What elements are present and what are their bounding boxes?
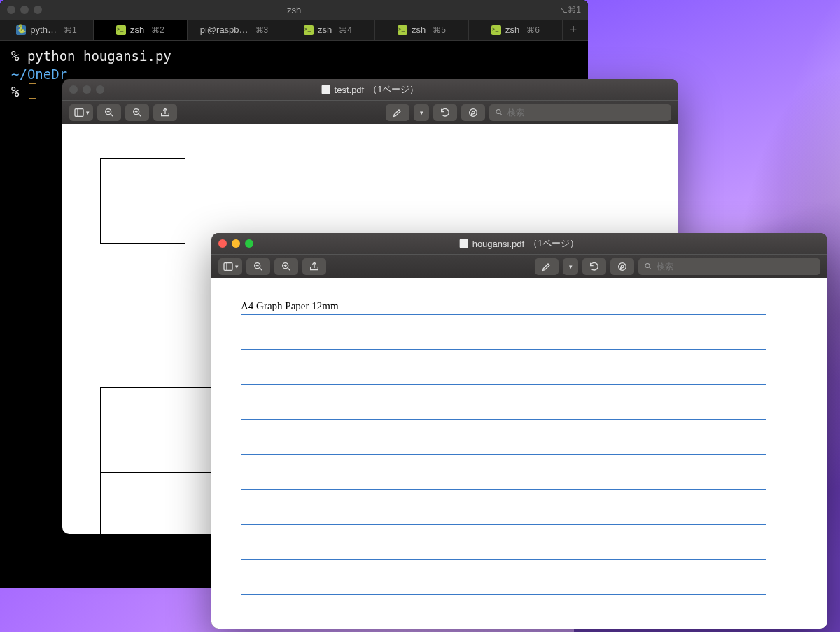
zoom-in-button[interactable]	[274, 258, 298, 275]
document-icon	[322, 85, 330, 94]
traffic-lights[interactable]	[218, 239, 253, 248]
highlight-button[interactable]	[386, 104, 410, 121]
terminal-titlebar-shortcut: ⌥⌘1	[558, 5, 581, 15]
grid-cell	[312, 490, 346, 525]
traffic-lights[interactable]	[69, 85, 104, 94]
grid-cell	[382, 490, 416, 525]
tab-label: pyth…	[30, 24, 57, 35]
traffic-lights[interactable]	[7, 6, 42, 14]
grid-cell	[382, 455, 416, 490]
terminal-line-path: ~/OneDr	[11, 66, 67, 82]
titlebar[interactable]: hougansi.pdf （1ページ）	[211, 233, 827, 254]
svg-point-10	[496, 109, 500, 113]
terminal-titlebar[interactable]: zsh ⌥⌘1	[0, 0, 588, 20]
pdf-viewport[interactable]: A4 Graph Paper 12mm	[211, 278, 827, 629]
grid-cell	[416, 385, 451, 420]
grid-cell	[696, 595, 732, 629]
share-button[interactable]	[302, 258, 326, 275]
close-icon[interactable]	[218, 239, 227, 248]
close-icon[interactable]	[7, 6, 15, 14]
rotate-button[interactable]	[582, 258, 606, 275]
grid-cell	[522, 525, 556, 560]
grid-cell	[626, 595, 662, 629]
close-icon[interactable]	[69, 85, 78, 94]
minimize-icon[interactable]	[20, 6, 29, 14]
grid-cell	[732, 350, 766, 385]
grid-cell	[416, 560, 451, 595]
search-input[interactable]	[507, 108, 666, 118]
tab-label: zsh	[505, 24, 519, 35]
grid-cell	[486, 595, 522, 629]
grid-cell	[241, 560, 276, 595]
grid-cell	[346, 420, 382, 455]
svg-point-9	[470, 108, 477, 116]
maximize-icon[interactable]	[96, 85, 104, 94]
grid-cell	[696, 315, 732, 350]
sidebar-toggle-button[interactable]: ▾	[218, 258, 242, 275]
grid-cell	[416, 315, 451, 350]
search-field[interactable]	[489, 104, 671, 121]
markup-button[interactable]	[610, 258, 634, 275]
terminal-tab[interactable]: zsh⌘5	[375, 20, 469, 40]
grid-cell	[592, 385, 626, 420]
grid-cell	[522, 560, 556, 595]
search-icon	[495, 108, 503, 117]
grid-cell	[276, 525, 312, 560]
grid-cell	[451, 525, 486, 560]
svg-point-22	[645, 263, 650, 267]
search-field[interactable]	[638, 258, 820, 275]
zoom-in-button[interactable]	[125, 104, 149, 121]
tab-label: pi@raspb…	[200, 24, 248, 35]
terminal-tab[interactable]: zsh⌘6	[469, 20, 563, 40]
grid-cell	[556, 315, 592, 350]
grid-cell	[451, 350, 486, 385]
titlebar[interactable]: test.pdf （1ページ）	[62, 79, 678, 100]
grid-cell	[312, 595, 346, 629]
highlight-dropdown-button[interactable]: ▾	[563, 258, 578, 275]
pdf-shape-square	[100, 158, 186, 244]
terminal-tab[interactable]: pyth…⌘1	[0, 20, 94, 40]
grid-cell	[626, 525, 662, 560]
highlight-button[interactable]	[535, 258, 559, 275]
grid-cell	[451, 420, 486, 455]
graph-paper-grid	[241, 314, 766, 629]
rotate-button[interactable]	[433, 104, 457, 121]
page-count: （1ページ）	[368, 83, 419, 96]
terminal-tab[interactable]: zsh⌘4	[281, 20, 375, 40]
grid-cell	[451, 560, 486, 595]
markup-button[interactable]	[461, 104, 485, 121]
search-input[interactable]	[657, 262, 815, 272]
grid-cell	[382, 595, 416, 629]
grid-cell	[346, 315, 382, 350]
grid-cell	[696, 525, 732, 560]
tab-shortcut: ⌘1	[64, 25, 77, 35]
highlight-dropdown-button[interactable]: ▾	[414, 104, 429, 121]
share-button[interactable]	[153, 104, 177, 121]
maximize-icon[interactable]	[245, 239, 253, 248]
grid-cell	[241, 420, 276, 455]
grid-cell	[241, 385, 276, 420]
sidebar-toggle-button[interactable]: ▾	[69, 104, 93, 121]
zoom-out-button[interactable]	[97, 104, 121, 121]
zoom-out-button[interactable]	[246, 258, 270, 275]
grid-cell	[592, 420, 626, 455]
terminal-title: zsh	[287, 5, 301, 15]
maximize-icon[interactable]	[34, 6, 42, 14]
terminal-tab[interactable]: zsh⌘2	[94, 20, 188, 40]
grid-cell	[696, 560, 732, 595]
python-icon	[16, 25, 26, 35]
grid-cell	[346, 385, 382, 420]
grid-cell	[312, 560, 346, 595]
terminal-tab[interactable]: pi@raspb…⌘3	[188, 20, 281, 40]
grid-cell	[696, 350, 732, 385]
terminal-prompt: %	[11, 84, 27, 99]
new-tab-button[interactable]: +	[563, 20, 584, 40]
minimize-icon[interactable]	[83, 85, 91, 94]
minimize-icon[interactable]	[232, 239, 240, 248]
grid-cell	[382, 420, 416, 455]
grid-cell	[486, 420, 522, 455]
grid-cell	[592, 525, 626, 560]
grid-cell	[382, 385, 416, 420]
svg-line-11	[500, 113, 503, 115]
grid-cell	[382, 525, 416, 560]
